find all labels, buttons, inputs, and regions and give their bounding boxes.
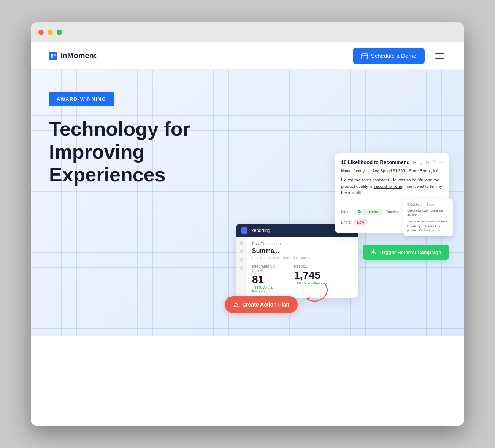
create-action-plan-label: Create Action Plan [242,302,289,308]
warning-icon [370,249,376,255]
logo-container: InMoment [49,51,96,60]
hero-title-line3: Experiences [49,164,165,186]
reporting-title: Summa... [252,248,328,254]
meta-store-label: Store [409,169,420,173]
sentiment-subtitle: Company: Avon (Location: 348abc...) [407,209,449,217]
hamburger-line-2 [435,56,444,56]
close-button-dot[interactable] [38,30,44,35]
sidebar-icon-2 [240,249,243,253]
ui-cards-container: Reporting Post-Transaction Su [236,153,449,313]
page-content: InMoment Schedule a Demo [31,42,464,426]
intent-tag: Recommend [354,209,383,215]
emotion-label: Emotion: [386,210,400,214]
alert-icon [233,302,239,308]
svg-rect-2 [54,54,56,56]
browser-chrome [31,22,464,42]
svg-rect-1 [51,56,53,58]
sidebar-icon-1 [240,241,243,245]
sentiment-text: The sales associate was very knowledgeab… [407,219,449,232]
reporting-icon [241,227,248,234]
sentiment-title: 9 Sentiment Score [407,203,449,207]
minimize-button-dot[interactable] [48,30,53,35]
cx-score-metric: Integrated CX Score 81 ↑ 33% Versus Prev… [252,264,286,293]
cx-score-value: 81 [252,273,286,286]
circle-icon[interactable]: ○ [420,160,422,165]
cx-score-label: Integrated CX Score [252,264,286,273]
sentiment-card: 9 Sentiment Score Company: Avon (Locatio… [403,199,453,236]
hero-title-line1: Technology for [49,118,190,140]
svg-point-11 [236,306,236,306]
review-score: 10 Likelihood to Recommend [341,159,410,165]
reporting-card: Reporting Post-Transaction Su [236,224,358,298]
reporting-subtitle: Post-Transaction [252,242,328,246]
create-action-plan-button[interactable]: Create Action Plan [225,296,298,313]
sidebar-icon-4 [240,266,243,270]
hero-content: AWARD-WINNING Technology for Improving E… [49,92,232,186]
review-action-icons: ⊞ ○ ⊘ ♡ ◁ [413,160,443,165]
logo-icon [49,52,57,60]
effort-tag: Low [354,219,368,226]
heart-icon[interactable]: ♡ [432,160,436,165]
meta-name-label: Name: [341,169,354,173]
effort-label: Effort: [341,220,351,224]
svg-rect-0 [51,54,53,56]
cx-score-change: ↑ 33% Versus Previous [252,286,286,293]
reporting-label: Reporting [251,228,270,233]
calendar-icon [361,52,368,59]
curved-arrow [301,279,331,302]
svg-point-8 [373,253,373,254]
schedule-demo-button[interactable]: Schedule a Demo [353,48,425,64]
trigger-campaign-label: Trigger Referral Campaign [379,249,441,255]
maximize-button-dot[interactable] [57,30,62,35]
svg-rect-3 [362,54,368,59]
trigger-campaign-button[interactable]: Trigger Referral Campaign [363,245,449,260]
share-icon[interactable]: ◁ [439,160,443,165]
copy-icon[interactable]: ⊞ [413,160,417,165]
meta-store: Bronx, NY [420,169,438,173]
review-text: I loved the sales assistant. He was so h… [341,177,443,196]
sidebar-icon-3 [240,258,243,262]
effort-wrapper: Effort: Low [341,219,368,226]
hamburger-menu-button[interactable] [434,51,446,60]
browser-window: InMoment Schedule a Demo [31,22,464,426]
award-badge: AWARD-WINNING [49,92,114,106]
minus-icon[interactable]: ⊘ [425,160,429,165]
logo-text: InMoment [60,51,96,60]
hero-title: Technology for Improving Experiences [49,118,232,186]
meta-spend-label: Avg Spend [372,169,393,173]
hero-section: AWARD-WINNING Technology for Improving E… [31,70,464,336]
intent-label: Intent: [341,210,352,214]
navbar: InMoment Schedule a Demo [31,42,464,70]
schedule-demo-label: Schedule a Demo [371,52,416,59]
review-meta: Name: Jenny L Avg Spend $1,300 Store Bro… [341,169,443,173]
review-header: 10 Likelihood to Recommend ⊞ ○ ⊘ ♡ ◁ [341,159,443,165]
hamburger-line-3 [435,58,444,59]
data-source-text: Data Source: Post-Transaction Survey [252,256,328,260]
responses-label: Respo... [294,264,328,268]
hero-title-line2: Improving [49,141,144,163]
hamburger-line-1 [435,53,444,54]
meta-name: Jenny L [354,169,368,173]
intent-wrapper: Intent: Recommend [341,209,383,215]
meta-spend: $1,300 [393,169,405,173]
nav-right: Schedule a Demo [353,48,446,64]
